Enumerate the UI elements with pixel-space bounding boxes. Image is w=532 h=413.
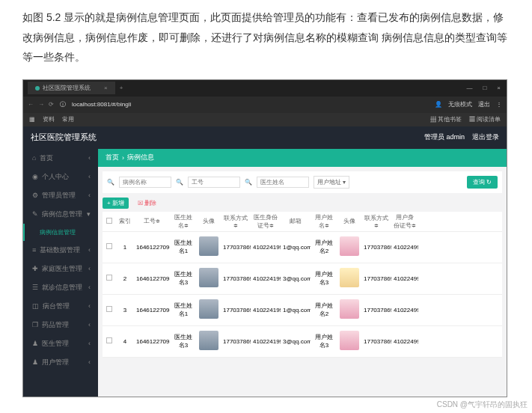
logout-link[interactable]: 退出 [478, 100, 490, 108]
avatar [340, 331, 359, 350]
filter-gh-input[interactable] [188, 177, 240, 188]
avatar [340, 236, 359, 256]
col-phone[interactable]: 联系方式≑ [221, 212, 251, 230]
cell-phone: 17703786903 [221, 337, 251, 346]
search-icon: 🔍 [107, 179, 114, 186]
cell-email: 1@qq.com [281, 305, 311, 315]
content-area: 首页 › 病例信息 🔍 🔍 🔍 用户地址▾ 查询 ↻ + 新增 ☒ 删除 [98, 149, 507, 397]
forward-icon[interactable]: → [38, 101, 44, 108]
sidebar-item[interactable]: ✚家庭医生管理‹ [23, 260, 98, 278]
menu-icon: ♟ [32, 340, 38, 347]
cell-gh: 16461227096529 [134, 305, 170, 315]
cell-index: 4 [116, 337, 134, 346]
avatar [199, 331, 218, 350]
chevron-left-icon: ‹ [88, 246, 91, 254]
url-text[interactable]: localhost:8081/#/bingli [72, 101, 131, 108]
chevron-left-icon: ‹ [88, 284, 91, 291]
add-button[interactable]: + 新增 [103, 198, 129, 209]
sidebar-item[interactable]: 病例信息管理 [23, 224, 98, 241]
other-bookmarks[interactable]: ▦ 其他书签 [430, 115, 462, 123]
row-checkbox[interactable] [106, 337, 112, 343]
chevron-down-icon: ▾ [343, 179, 346, 186]
query-button[interactable]: 查询 ↻ [467, 176, 498, 189]
info-icon[interactable]: ⓘ [60, 100, 66, 108]
sidebar-item[interactable]: ♟用户管理‹ [23, 353, 98, 372]
mode-label: 无痕模式 [448, 100, 472, 108]
chevron-left-icon: ‹ [88, 265, 91, 272]
cell-phone2: 17703786902 [361, 305, 391, 315]
cell-phone2: 17703786903 [361, 337, 391, 346]
breadcrumb: 首页 › 病例信息 [98, 149, 507, 167]
filter-addr-select[interactable]: 用户地址▾ [314, 176, 349, 189]
cell-phone2: 17703786903 [361, 274, 391, 284]
filter-doctor-input[interactable] [257, 177, 309, 188]
menu-icon[interactable]: ⋮ [496, 101, 502, 108]
sidebar-item[interactable]: ≡基础数据管理‹ [23, 241, 98, 260]
col-name[interactable]: 医生姓名≑ [170, 212, 197, 231]
title-bar: 社区医院管理系统 × + — □ × [23, 80, 507, 97]
maximize-icon[interactable]: □ [483, 85, 486, 91]
close-tab-icon[interactable]: × [104, 85, 108, 91]
sidebar-item[interactable]: ☰就诊信息管理‹ [23, 278, 98, 297]
cell-index: 3 [116, 305, 134, 315]
row-checkbox[interactable] [106, 243, 112, 249]
sidebar-item[interactable]: ⚙管理员管理‹ [23, 186, 98, 205]
exit-login[interactable]: 退出登录 [472, 132, 499, 142]
sidebar-item-label: 病例信息管理 [40, 228, 76, 236]
sidebar-item[interactable]: ✎病例信息管理▾ [23, 205, 98, 224]
cell-gh: 16461227095315 [134, 274, 170, 284]
bookmarks-common[interactable]: 常用 [62, 115, 74, 123]
menu-icon: ☰ [32, 284, 38, 291]
sidebar-item[interactable]: ◫病台管理‹ [23, 297, 98, 316]
bookmarks-bar: ▦ 资料 常用 ▦ 其他书签 ☰ 阅读清单 [23, 113, 507, 126]
cell-index: 1 [116, 242, 134, 252]
col-phone2[interactable]: 联系方式≑ [361, 212, 391, 230]
menu-icon: ⌂ [32, 154, 36, 162]
col-email[interactable]: 邮箱 [281, 215, 311, 227]
sidebar-item[interactable]: ❐药品管理‹ [23, 316, 98, 334]
sidebar-item[interactable]: ◉个人中心‹ [23, 168, 98, 186]
sidebar-item[interactable]: ♟医生管理‹ [23, 334, 98, 353]
table-header: 索引 工号≑ 医生姓名≑ 头像 联系方式≑ 医生身份证号≑ 邮箱 用户姓名≑ 头… [103, 212, 502, 232]
new-tab-icon[interactable]: + [120, 85, 123, 91]
row-checkbox[interactable] [106, 275, 112, 281]
reset-icon: ↻ [486, 179, 492, 186]
select-all-checkbox[interactable] [106, 218, 112, 224]
menu-icon: ✚ [32, 265, 38, 272]
cell-idcard: 410224199610232001 [251, 274, 281, 284]
reading-list[interactable]: ☰ 阅读清单 [469, 115, 501, 123]
col-idcard2[interactable]: 用户身份证号≑ [391, 212, 418, 231]
back-icon[interactable]: ← [28, 101, 34, 108]
cell-username: 用户姓名3 [311, 269, 337, 288]
sidebar-item[interactable]: ⌂首页‹ [23, 149, 98, 168]
cell-phone2: 17703786902 [361, 242, 391, 252]
crumb-home[interactable]: 首页 [106, 153, 119, 162]
menu-icon: ≡ [32, 246, 36, 254]
folder-icon[interactable]: ▦ [29, 116, 35, 123]
cell-email: 3@qq.com [281, 274, 311, 284]
delete-button[interactable]: ☒ 删除 [133, 198, 161, 209]
filter-name-input[interactable] [119, 177, 171, 188]
table-row: 116461227096529医生姓名117703786901410224199… [103, 232, 502, 263]
browser-tab[interactable]: 社区医院管理系统 × [28, 82, 115, 94]
cell-name: 医生姓名3 [170, 269, 197, 288]
address-bar: ← → ⟳ ⓘ localhost:8081/#/bingli 👤 无痕模式 退… [23, 97, 507, 113]
menu-icon: ❐ [32, 321, 38, 328]
bookmarks-folder[interactable]: 资料 [43, 115, 55, 123]
data-table: 索引 工号≑ 医生姓名≑ 头像 联系方式≑ 医生身份证号≑ 邮箱 用户姓名≑ 头… [103, 212, 502, 358]
cell-idcard2: 410224996102:2002 [391, 242, 418, 252]
reload-icon[interactable]: ⟳ [49, 101, 54, 108]
col-index[interactable]: 索引 [116, 215, 134, 227]
minimize-icon[interactable]: — [466, 85, 472, 91]
close-window-icon[interactable]: × [497, 85, 501, 91]
cell-index: 2 [116, 274, 134, 284]
avatar [199, 268, 218, 287]
row-checkbox[interactable] [106, 306, 112, 312]
col-gh[interactable]: 工号≑ [134, 215, 170, 227]
menu-icon: ◉ [32, 173, 38, 180]
col-idcard[interactable]: 医生身份证号≑ [251, 212, 281, 231]
cell-idcard2: 410224996102:2003 [391, 337, 418, 346]
avatar [199, 236, 218, 256]
col-username[interactable]: 用户姓名≑ [311, 212, 337, 231]
cell-email: 1@qq.com [281, 242, 311, 252]
